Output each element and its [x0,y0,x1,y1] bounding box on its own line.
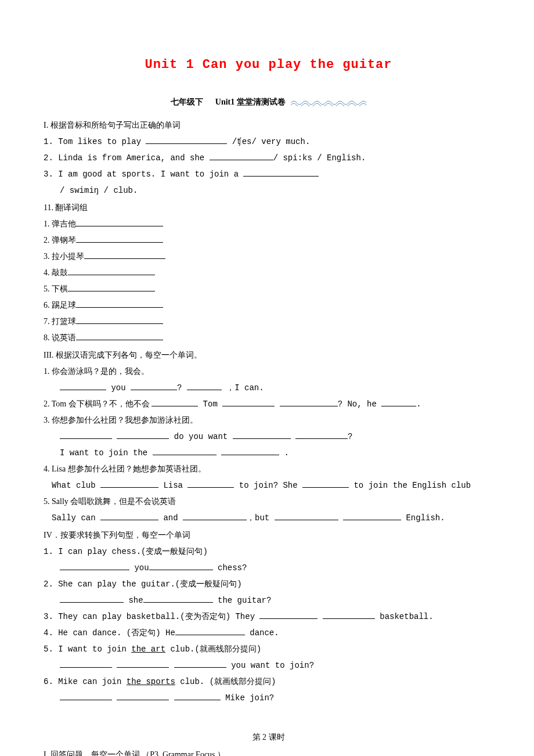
s4-q2-b: the guitar? [213,596,272,605]
s2-i7-text: 7. 打篮球 [44,317,76,326]
s4-q5: 5. I want to join the art club.(就画线部分提问) [44,641,493,657]
blank[interactable] [68,283,155,291]
s1-q1-a: 1. Tom likes to play [44,137,146,146]
blank[interactable] [183,512,247,520]
s1-q1-b: /ʧes/ very much. [227,137,310,146]
blank[interactable] [302,480,349,488]
s3-q5-line2: Sally can and ，but English. [44,510,493,526]
blank[interactable] [68,267,155,275]
blank[interactable] [259,611,317,619]
section3-header: III. 根据汉语完成下列各句，每空一个单词。 [44,347,493,363]
blank[interactable] [60,660,112,668]
section5-header: I. 回答问题，每空一个单词 （P3, Grammar Focus ） [44,747,493,756]
blank[interactable] [381,398,416,406]
s4-q1-b: chess? [213,563,247,573]
s3-q4-text: 4. Lisa 想参加什么社团？她想参加英语社团。 [44,465,206,473]
blank[interactable] [60,382,106,390]
blank[interactable] [60,692,112,700]
blank[interactable] [149,562,213,570]
blank[interactable] [143,595,213,603]
s4-q4: 4. He can dance. (否定句) He dance. [44,625,493,641]
section1-header: I. 根据音标和所给句子写出正确的单词 [44,117,493,134]
s3-q4-c: to join? She [234,481,302,490]
s2-i8-text: 8. 说英语 [44,333,76,342]
blank[interactable] [175,627,245,635]
s1-q3: 3. I am good at sports. I want to join a [44,166,493,182]
s2-i6: 6. 踢足球 [44,297,493,314]
s3-q2-c [275,399,279,409]
blank[interactable] [117,431,169,439]
s3-q1-f1: you [106,383,131,393]
subtitle-left: 七年级下 [171,98,203,106]
s3-q3-l2b: . [279,448,289,458]
blank[interactable] [117,660,169,668]
blank[interactable] [343,512,401,520]
blank[interactable] [100,512,158,520]
s4-q3-b [317,612,322,621]
blank[interactable] [60,562,129,570]
s2-i1: 1. 弹吉他 [44,216,493,232]
s4-q5-u: the art [131,645,165,654]
s4-q5-line2: you want to join? [44,657,493,674]
section2-header: 11. 翻译词组 [44,200,493,216]
section4-header: IV．按要求转换下列句型，每空一个单词 [44,527,493,543]
s3-q5-e: English. [401,513,445,523]
blank[interactable] [174,692,221,700]
blank[interactable] [151,398,198,406]
s3-q2-b: Tom [198,399,222,409]
blank[interactable] [323,611,375,619]
s4-q6: 6. Mike can join the sports club. (就画线部分… [44,674,493,690]
s4-q5-l2: you want to join? [226,661,314,670]
blank[interactable] [243,168,319,177]
s3-q4-a: What club [52,481,100,490]
s3-q5-text: 5. Sally 会唱歌跳舞，但是不会说英语 [44,497,176,506]
s3-q4: 4. Lisa 想参加什么社团？她想参加英语社团。 [44,461,493,477]
blank[interactable] [60,431,112,439]
blank[interactable] [233,431,291,439]
s2-i6-text: 6. 踢足球 [44,301,76,309]
s4-q2-text: 2. She can play the guitar.(变成一般疑问句) [44,579,242,589]
s4-q6-a: 6. Mike can join [44,677,127,686]
blank[interactable] [60,595,124,603]
blank[interactable] [84,251,165,259]
blank[interactable] [210,152,273,160]
s3-q1-line2: you ? ，I can. [44,380,493,396]
s3-q5-a: Sally can [52,513,100,523]
s4-q6-u: the sports [127,677,175,686]
s4-q1: 1. I can play chess.(变成一般疑问句) [44,543,493,560]
s2-i4-text: 4. 敲鼓 [44,268,68,277]
s3-q3-l2a: I want to join the [60,448,153,458]
blank[interactable] [153,447,217,455]
s3-q5: 5. Sally 会唱歌跳舞，但是不会说英语 [44,494,493,510]
blank[interactable] [76,300,163,308]
s4-q4-a: 4. He can dance. (否定句) He [44,628,175,638]
blank[interactable] [275,512,338,520]
blank[interactable] [76,218,163,226]
blank[interactable] [174,660,226,668]
s4-q3-a: 3. They can play basketball.(变为否定句) They [44,612,259,621]
s3-q2: 2. Tom 会下棋吗？不，他不会 Tom ? No, he . [44,396,493,412]
s1-q2-b: / spi:ks / English. [273,153,366,163]
subtitle-row: 七年级下 Unit1 堂堂清测试卷 [44,94,493,110]
blank[interactable] [280,398,338,406]
blank[interactable] [187,480,234,488]
s3-q4-line2: What club Lisa to join? She to join the … [44,477,493,494]
s4-q2-a: she [124,596,143,605]
blank[interactable] [295,431,348,439]
blank[interactable] [76,332,163,340]
blank[interactable] [187,382,222,390]
blank[interactable] [76,316,163,324]
s4-q4-b: dance. [245,628,279,638]
blank[interactable] [117,692,169,700]
s4-q1-a: you [129,563,149,573]
blank[interactable] [131,382,177,390]
blank[interactable] [221,447,279,455]
s4-q2-line2: she the guitar? [44,592,493,609]
s1-q3-line2: / swimiŋ / club. [44,182,493,199]
blank[interactable] [146,136,227,144]
blank[interactable] [100,480,158,488]
s3-q2-a: 2. Tom 会下棋吗？不，他不会 [44,399,151,408]
s3-q1-f2: ? [177,383,187,393]
blank[interactable] [222,398,275,406]
blank[interactable] [76,235,163,243]
